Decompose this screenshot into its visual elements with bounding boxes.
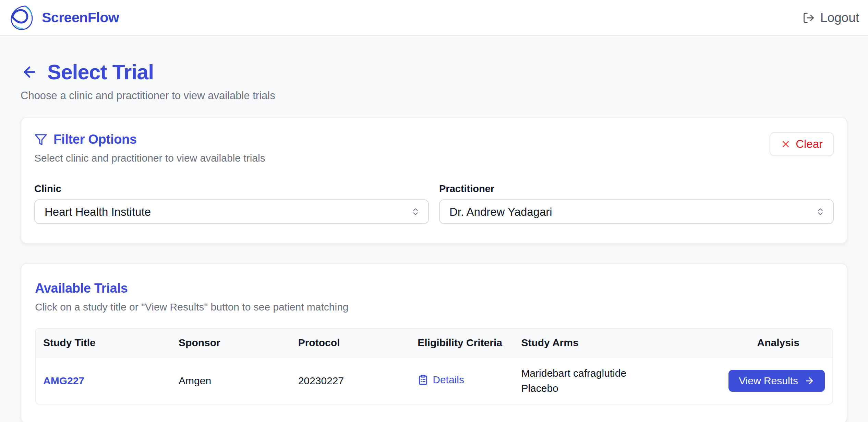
col-study-title: Study Title [36,329,171,357]
study-arm: Placebo [521,381,713,396]
available-trials-subtitle: Click on a study title or "View Results"… [35,301,833,313]
trial-row: AMG227 Amgen 20230227 [36,357,832,404]
arrow-right-icon [804,376,815,386]
col-protocol: Protocol [291,329,410,357]
logout-icon [803,12,815,24]
clear-filters-button[interactable]: Clear [770,132,834,156]
available-trials-card: Available Trials Click on a study title … [21,263,847,422]
analysis-cell: View Results [721,357,832,404]
eligibility-details-link[interactable]: Details [418,374,464,386]
details-label: Details [433,374,464,386]
practitioner-field: Practitioner Dr. Andrew Yadagari [439,183,834,224]
filter-funnel-icon [34,133,47,146]
page-content: Select Trial Choose a clinic and practit… [0,36,868,422]
back-button[interactable] [21,64,38,80]
view-results-label: View Results [739,375,798,387]
clear-label: Clear [796,138,823,151]
clinic-label: Clinic [34,183,429,195]
col-eligibility: Eligibility Criteria [410,329,514,357]
view-results-button[interactable]: View Results [728,370,825,392]
filter-options-card: Filter Options Select clinic and practit… [21,117,847,244]
filter-head: Filter Options Select clinic and practit… [34,132,834,164]
filter-title-row: Filter Options [34,132,265,147]
top-bar: ScreenFlow Logout [0,0,868,36]
filter-options-subtitle: Select clinic and practitioner to view a… [34,152,265,164]
study-arms-cell: Maridebart cafraglutide Placebo [514,357,721,404]
practitioner-select-wrap: Dr. Andrew Yadagari [439,199,834,224]
clinic-select[interactable]: Heart Health Institute [34,199,429,224]
page-subtitle: Choose a clinic and practitioner to view… [21,90,847,102]
clinic-field: Clinic Heart Health Institute [34,183,429,224]
logout-label: Logout [820,11,859,25]
table-header-row: Study Title Sponsor Protocol Eligibility… [36,329,832,357]
practitioner-label: Practitioner [439,183,834,195]
eligibility-cell: Details [410,357,514,404]
filter-fields: Clinic Heart Health Institute Practition… [34,183,834,224]
x-icon [781,139,791,149]
arrow-left-icon [21,64,38,80]
sponsor-cell: Amgen [171,357,291,404]
page-title: Select Trial [47,60,154,84]
practitioner-select[interactable]: Dr. Andrew Yadagari [439,199,834,224]
screenflow-logo-icon [8,4,37,32]
filter-head-text: Filter Options Select clinic and practit… [34,132,265,164]
page-head: Select Trial [21,60,847,84]
clipboard-list-icon [418,374,429,385]
col-study-arms: Study Arms [514,329,721,357]
clinic-select-wrap: Heart Health Institute [34,199,429,224]
logout-button[interactable]: Logout [803,11,859,25]
protocol-cell: 20230227 [291,357,410,404]
study-title-link[interactable]: AMG227 [43,375,84,387]
trials-table: Study Title Sponsor Protocol Eligibility… [36,329,832,404]
filter-options-title: Filter Options [53,132,137,147]
col-sponsor: Sponsor [171,329,291,357]
trials-table-wrap: Study Title Sponsor Protocol Eligibility… [35,328,833,405]
col-analysis: Analysis [721,329,832,357]
study-arm: Maridebart cafraglutide [521,366,713,381]
available-trials-title: Available Trials [35,281,833,296]
brand-name: ScreenFlow [42,10,119,26]
brand: ScreenFlow [8,4,119,32]
study-title-cell: AMG227 [36,357,171,404]
